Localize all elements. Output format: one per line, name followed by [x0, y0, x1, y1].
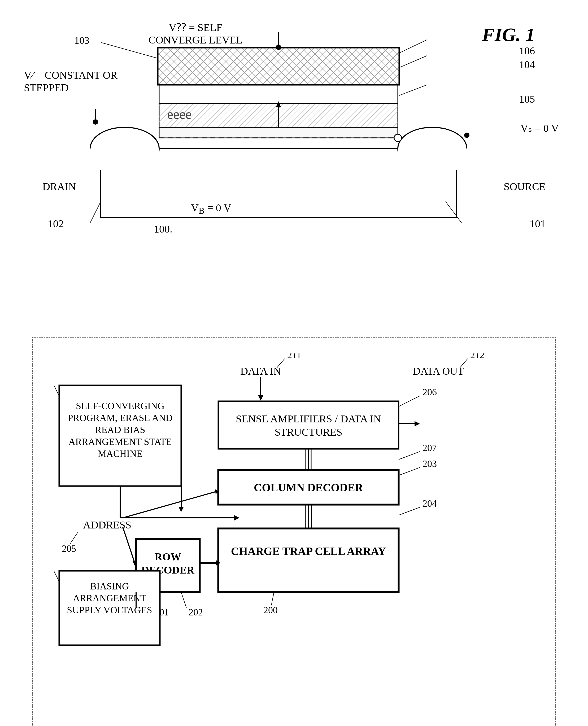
source-label: SOURCE: [504, 180, 546, 193]
fig2-outer-box: SELF-CONVERGING PROGRAM, ERASE AND READ …: [32, 337, 556, 726]
ref-106: 106: [519, 45, 535, 57]
ref-100: 100.: [154, 223, 172, 235]
svg-line-15: [399, 40, 427, 53]
svg-text:204: 204: [422, 498, 437, 509]
svg-text:COLUMN DECODER: COLUMN DECODER: [254, 482, 363, 494]
vs-label: Vₛ = 0 V: [520, 122, 559, 134]
svg-marker-52: [415, 421, 420, 426]
svg-text:SELF-CONVERGING: SELF-CONVERGING: [76, 401, 164, 411]
svg-rect-9: [159, 85, 398, 103]
svg-text:SUPPLY VOLTAGES: SUPPLY VOLTAGES: [67, 605, 152, 615]
svg-rect-5: [398, 149, 467, 170]
svg-marker-95: [178, 507, 184, 512]
ref-104: 104: [519, 58, 535, 71]
fig2-inner: SELF-CONVERGING PROGRAM, ERASE AND READ …: [54, 354, 534, 719]
svg-text:DATA IN: DATA IN: [240, 365, 281, 377]
svg-text:202: 202: [189, 607, 203, 618]
svg-text:212: 212: [470, 354, 485, 360]
svg-line-85: [70, 532, 78, 544]
drain-label: DRAIN: [42, 180, 76, 193]
svg-text:MACHINE: MACHINE: [98, 448, 142, 459]
ref-101: 101: [530, 217, 546, 230]
svg-text:ARRANGEMENT STATE: ARRANGEMENT STATE: [68, 436, 172, 447]
svg-marker-42: [258, 396, 264, 401]
svg-text:206: 206: [422, 387, 437, 398]
svg-text:CHARGE TRAP CELL ARRAY: CHARGE TRAP CELL ARRAY: [231, 545, 386, 557]
svg-line-56: [399, 452, 420, 460]
svg-text:READ BIAS: READ BIAS: [95, 425, 145, 435]
svg-rect-43: [218, 401, 399, 449]
svg-text:eeee: eeee: [167, 107, 191, 122]
ref-103: 103: [74, 35, 89, 46]
svg-text:SENSE AMPLIFIERS / DATA IN: SENSE AMPLIFIERS / DATA IN: [236, 413, 381, 425]
svg-line-69: [271, 592, 274, 605]
svg-line-46: [399, 396, 420, 406]
svg-text:ADDRESS: ADDRESS: [83, 519, 131, 531]
svg-line-91: [54, 565, 59, 581]
svg-point-19: [464, 133, 469, 138]
fig2-diagram: SELF-CONVERGING PROGRAM, ERASE AND READ …: [21, 337, 567, 726]
svg-text:BIASING: BIASING: [90, 581, 129, 592]
svg-marker-37: [234, 515, 239, 520]
svg-line-83: [123, 491, 217, 518]
svg-rect-6: [159, 127, 398, 138]
svg-text:211: 211: [287, 354, 301, 360]
svg-text:200: 200: [264, 605, 278, 615]
svg-text:DATA OUT: DATA OUT: [413, 365, 464, 377]
svg-line-65: [399, 507, 420, 515]
svg-text:207: 207: [422, 443, 437, 453]
svg-rect-2: [90, 149, 159, 170]
svg-line-78: [181, 592, 186, 608]
svg-line-18: [101, 42, 158, 58]
vb-label: VB = 0 V: [191, 201, 231, 216]
svg-line-16: [399, 56, 427, 68]
svg-text:205: 205: [62, 543, 76, 554]
svg-rect-10: [158, 48, 399, 85]
transistor-svg: eeee: [48, 32, 525, 257]
svg-line-17: [399, 85, 427, 95]
svg-text:203: 203: [422, 458, 437, 469]
ref-105: 105: [519, 93, 535, 105]
fig1-diagram: FIG. 1 V⁇ = SELF CONVERGE LEVEL V⁄ = CON…: [21, 16, 567, 321]
svg-text:ROW: ROW: [155, 551, 181, 563]
svg-text:STRUCTURES: STRUCTURES: [274, 426, 342, 438]
svg-line-22: [90, 201, 101, 223]
svg-rect-67: [218, 529, 399, 592]
svg-line-60: [399, 468, 420, 475]
svg-point-12: [394, 134, 402, 142]
svg-text:ARRANGEMENT: ARRANGEMENT: [73, 593, 146, 603]
svg-rect-27: [59, 385, 181, 486]
svg-text:PROGRAM, ERASE AND: PROGRAM, ERASE AND: [68, 412, 172, 423]
ref-102: 102: [48, 217, 64, 230]
svg-line-33: [54, 380, 59, 396]
fig2-svg: SELF-CONVERGING PROGRAM, ERASE AND READ …: [54, 354, 584, 719]
svg-line-81: [123, 527, 135, 563]
page: FIG. 1 V⁇ = SELF CONVERGE LEVEL V⁄ = CON…: [0, 0, 588, 726]
